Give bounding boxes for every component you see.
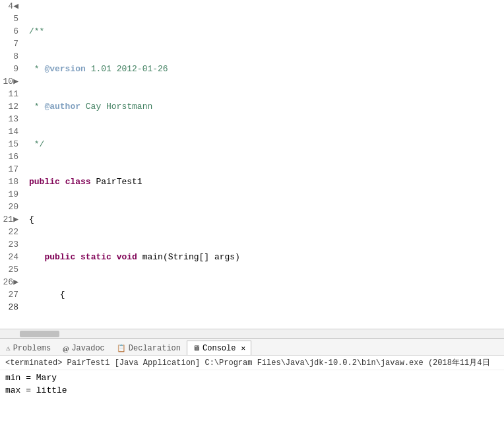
terminated-text: <terminated> PairTest1 [Java Application…	[5, 358, 490, 368]
console-line-1: min = Mary	[5, 372, 499, 384]
line-num-4: 4◀	[3, 0, 18, 13]
line-num-8: 8	[3, 50, 18, 63]
console-close-icon[interactable]: ✕	[241, 344, 245, 352]
line-num-6: 6	[3, 25, 18, 38]
problems-icon: ⚠	[6, 344, 11, 352]
line-num-18: 18	[3, 176, 18, 188]
code-editor[interactable]: /** * @version 1.01 2012-01-26 * @author…	[24, 0, 504, 329]
tab-declaration[interactable]: 📋 Declaration	[111, 341, 187, 355]
line-num-7: 7	[3, 38, 18, 50]
line-num-5: 5	[3, 13, 18, 25]
tab-console-label: Console	[203, 344, 236, 353]
code-line-6: * @author Cay Horstmann	[29, 100, 499, 113]
line-num-9: 9	[3, 63, 18, 75]
line-num-24: 24	[3, 251, 18, 263]
tab-problems[interactable]: ⚠ Problems	[0, 341, 57, 355]
line-num-12: 12	[3, 100, 18, 113]
tab-declaration-label: Declaration	[129, 344, 181, 353]
line-num-27: 27	[3, 288, 18, 301]
editor-scrollbar[interactable]	[0, 329, 504, 338]
scrollbar-thumb[interactable]	[20, 331, 59, 337]
tab-problems-label: Problems	[13, 344, 51, 353]
code-line-8: public class PairTest1	[29, 176, 499, 188]
code-line-10: public static void main(String[] args)	[29, 251, 499, 263]
javadoc-icon: @	[63, 345, 69, 352]
code-line-5: * @version 1.01 2012-01-26	[29, 63, 499, 75]
line-num-28: 28	[3, 301, 18, 314]
tab-javadoc-label: Javadoc	[71, 344, 104, 353]
code-container: 4◀ 5 6 7 8 9 10▶ 11 12 13 14 15 16 17 18…	[0, 0, 504, 329]
line-num-25: 25	[3, 263, 18, 276]
console-line-2: max = little	[5, 384, 499, 397]
line-num-21: 21▶	[3, 213, 18, 226]
line-num-11: 11	[3, 88, 18, 100]
line-num-17: 17	[3, 163, 18, 176]
code-line-7: */	[29, 138, 499, 150]
line-num-15: 15	[3, 138, 18, 150]
line-num-20: 20	[3, 201, 18, 213]
line-num-23: 23	[3, 238, 18, 251]
tab-javadoc[interactable]: @ Javadoc	[57, 341, 111, 355]
code-line-4: /**	[29, 25, 499, 38]
line-numbers: 4◀ 5 6 7 8 9 10▶ 11 12 13 14 15 16 17 18…	[0, 0, 24, 329]
code-line-11: {	[29, 288, 499, 301]
declaration-icon: 📋	[117, 344, 126, 352]
tab-console[interactable]: 🖥 Console ✕	[187, 341, 251, 355]
line-num-13: 13	[3, 113, 18, 125]
line-num-22: 22	[3, 226, 18, 238]
console-terminated: <terminated> PairTest1 [Java Application…	[0, 356, 504, 370]
line-num-10: 10▶	[3, 75, 18, 88]
bottom-tab-bar: ⚠ Problems @ Javadoc 📋 Declaration 🖥 Con…	[0, 338, 504, 355]
line-num-26: 26▶	[3, 276, 18, 288]
line-num-19: 19	[3, 188, 18, 201]
line-num-14: 14	[3, 125, 18, 138]
console-panel: <terminated> PairTest1 [Java Application…	[0, 355, 504, 429]
console-output: min = Mary max = little	[0, 370, 504, 398]
line-num-16: 16	[3, 150, 18, 163]
editor-area: 4◀ 5 6 7 8 9 10▶ 11 12 13 14 15 16 17 18…	[0, 0, 504, 338]
code-line-9: {	[29, 213, 499, 226]
console-icon: 🖥	[193, 344, 200, 352]
